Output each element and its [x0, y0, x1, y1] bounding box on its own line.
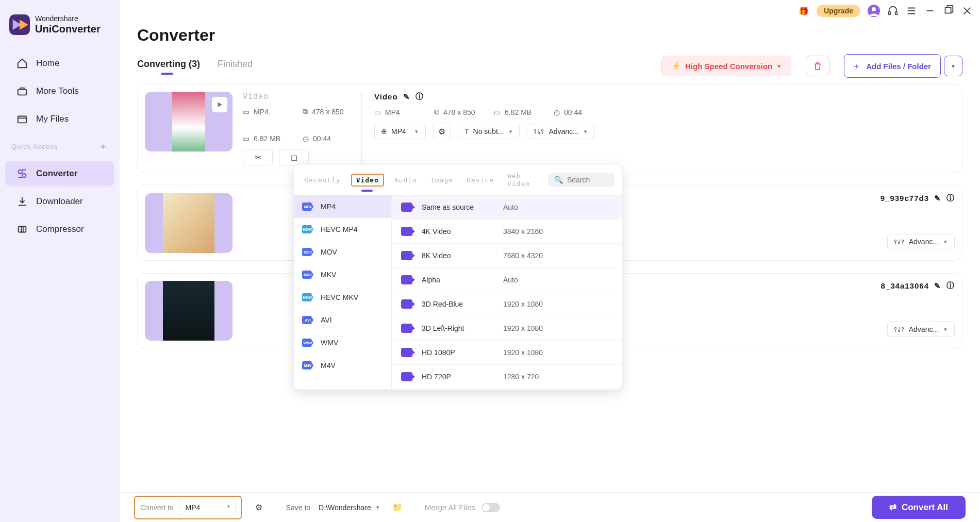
- clock-icon: ◷: [303, 134, 309, 143]
- add-files-label: Add Files / Folder: [866, 62, 931, 71]
- tab-converting[interactable]: Converting (3): [137, 59, 200, 74]
- sidebar-item-myfiles[interactable]: My Files: [5, 106, 114, 132]
- convert-all-button[interactable]: ⇄ Convert All: [872, 496, 966, 519]
- resolution-item[interactable]: Same as sourceAuto: [392, 195, 622, 220]
- scissors-icon: ✂: [255, 153, 261, 162]
- format-item[interactable]: HEVC MKV: [294, 286, 391, 309]
- mov-icon: [302, 248, 313, 256]
- maximize-icon[interactable]: [943, 5, 954, 16]
- format-item[interactable]: WMV: [294, 331, 391, 354]
- popup-tab-video[interactable]: Video: [351, 174, 384, 187]
- avatar-icon[interactable]: [868, 5, 880, 17]
- popup-tab-webvideo[interactable]: Web Video: [504, 170, 541, 190]
- menu-icon[interactable]: [906, 5, 917, 16]
- svg-point-2: [19, 170, 22, 174]
- popup-tab-image[interactable]: Image: [427, 174, 456, 186]
- resolution-item[interactable]: 8K Video7680 x 4320: [392, 244, 622, 268]
- add-files-button[interactable]: ＋ Add Files / Folder: [844, 54, 941, 78]
- meta-resolution: ⧉478 x 850: [303, 107, 344, 116]
- svg-rect-6: [889, 12, 891, 15]
- mkv-icon: [302, 271, 313, 279]
- plus-icon[interactable]: ＋: [98, 140, 108, 153]
- info-icon[interactable]: ⓘ: [946, 193, 955, 203]
- format-item[interactable]: MKV: [294, 263, 391, 286]
- format-select[interactable]: ⊕MP4▼: [374, 124, 426, 139]
- folder-button[interactable]: 📁: [389, 499, 406, 516]
- brand-top: Wondershare: [35, 15, 101, 23]
- format-item[interactable]: MP4: [294, 195, 391, 218]
- resolution-item[interactable]: 3D Left-Right1920 x 1080: [392, 316, 622, 341]
- search-input[interactable]: [567, 176, 608, 184]
- trash-button[interactable]: [806, 56, 829, 76]
- advanced-select[interactable]: ⫯⫰⫯Advanc...▼: [527, 124, 594, 139]
- format-item[interactable]: AVI: [294, 309, 391, 331]
- advanced-select[interactable]: ⫯⫰⫯Advanc...▼: [887, 234, 955, 249]
- subtitle-select[interactable]: TNo subt...▼: [458, 124, 520, 139]
- format-item[interactable]: MOV: [294, 241, 391, 263]
- gift-icon[interactable]: 🎁: [798, 5, 809, 16]
- file-card: Video ▭MP4 ⧉478 x 850 ▭6.82 MB ◷00:44 ✂ …: [137, 84, 962, 173]
- resolution-item[interactable]: HD 1080P1920 x 1080: [392, 341, 622, 365]
- svg-rect-1: [18, 116, 27, 123]
- sidebar-item-converter[interactable]: Converter: [5, 161, 114, 187]
- settings-button[interactable]: ⚙: [250, 499, 268, 516]
- merge-switch[interactable]: [481, 503, 500, 512]
- thumbnail[interactable]: [145, 92, 232, 151]
- edit-icon[interactable]: ✎: [934, 281, 941, 291]
- info-icon[interactable]: ⓘ: [946, 281, 955, 291]
- sidebar-item-home[interactable]: Home: [5, 50, 114, 76]
- headset-icon[interactable]: [887, 5, 899, 16]
- equalizer-icon: ⫯⫰⫯: [534, 127, 544, 136]
- merge-toggle: Merge All Files: [425, 503, 500, 512]
- resolution-item[interactable]: HD 720P1280 x 720: [392, 365, 622, 389]
- meta-size: ▭6.82 MB: [243, 134, 284, 143]
- tab-finished[interactable]: Finished: [218, 59, 253, 74]
- high-speed-button[interactable]: ⚡ High Speed Conversion ▼: [661, 56, 791, 76]
- close-icon[interactable]: [961, 5, 973, 16]
- format-item[interactable]: HEVC MP4: [294, 218, 391, 241]
- svg-rect-8: [945, 8, 951, 13]
- upgrade-button[interactable]: Upgrade: [817, 5, 860, 17]
- compress-icon: [16, 224, 28, 235]
- resolution-item[interactable]: 4K Video3840 x 2160: [392, 220, 622, 244]
- video-icon: ▭: [243, 108, 250, 116]
- sidebar-item-compressor[interactable]: Compressor: [5, 216, 114, 242]
- quick-access-header: Quick Access ＋: [0, 133, 120, 160]
- output-name: 9_939c77d3: [881, 194, 929, 203]
- tabs: Converting (3) Finished: [137, 59, 253, 74]
- advanced-select[interactable]: ⫯⫰⫯Advanc...▼: [887, 322, 955, 337]
- settings-button[interactable]: ⚙: [433, 123, 451, 140]
- trim-button[interactable]: ✂: [243, 149, 273, 165]
- sidebar-item-downloader[interactable]: Downloader: [5, 189, 114, 214]
- info-icon[interactable]: ⓘ: [416, 92, 424, 102]
- save-to-label: Save to: [286, 503, 310, 512]
- bottom-bar: Convert to MP4 ⚙ Save to D:\Wondershare …: [120, 492, 980, 522]
- popup-tab-audio[interactable]: Audio: [391, 174, 420, 186]
- source-block: Video ▭MP4 ⧉478 x 850 ▭6.82 MB ◷00:44 ✂ …: [243, 92, 351, 165]
- save-to-select[interactable]: D:\Wondershare ▼: [319, 503, 380, 512]
- convert-to-select[interactable]: MP4: [179, 500, 236, 515]
- resolution-item[interactable]: AlphaAuto: [392, 268, 622, 292]
- format-item[interactable]: M4V: [294, 354, 391, 377]
- popup-tab-device[interactable]: Device: [463, 174, 497, 186]
- sidebar-item-label: Compressor: [36, 224, 84, 234]
- popup-search[interactable]: 🔍: [548, 173, 614, 187]
- video-icon: [401, 227, 412, 236]
- sidebar-item-moretools[interactable]: More Tools: [5, 78, 114, 104]
- popup-tab-recently[interactable]: Recently: [301, 174, 344, 186]
- quick-access-label: Quick Access: [11, 143, 58, 150]
- add-files-dropdown[interactable]: ▼: [944, 56, 962, 76]
- convert-all-label: Convert All: [902, 502, 948, 513]
- thumbnail[interactable]: [145, 281, 232, 341]
- gear-icon: ⚙: [255, 502, 262, 512]
- sidebar-item-label: More Tools: [36, 86, 79, 96]
- minimize-icon[interactable]: [924, 5, 936, 16]
- edit-icon[interactable]: ✎: [403, 92, 410, 102]
- chevron-down-icon: ▼: [414, 129, 419, 134]
- edit-icon[interactable]: ✎: [934, 194, 941, 203]
- crop-button[interactable]: ◻: [279, 149, 309, 165]
- thumbnail[interactable]: [145, 193, 232, 253]
- resolution-item[interactable]: 3D Red-Blue1920 x 1080: [392, 292, 622, 316]
- wmv-icon: [302, 339, 313, 347]
- output-name: 8_34a13064: [881, 281, 929, 290]
